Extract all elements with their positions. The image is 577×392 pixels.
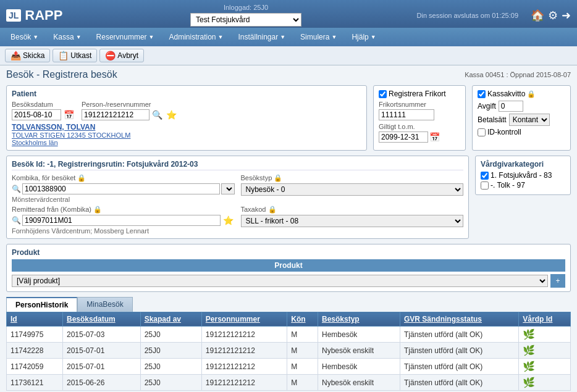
frikort-label: Registrera Frikort (389, 90, 446, 98)
betalsatt-label: Betalsätt (478, 115, 507, 124)
produkt-header-bar: Produkt (12, 259, 565, 272)
page-title-bar: Besök - Registrera besök Kassa 00451 : Ö… (6, 69, 571, 80)
table-row[interactable]: 11742228 2015-07-01 25J0 191212121212 M … (7, 343, 571, 359)
cell-date: 2015-07-01 (62, 359, 140, 375)
nav-besok[interactable]: Besök ▼ (4, 30, 45, 44)
besok-section: Besök Id: -1, Registreringsrutin: Fotsju… (6, 156, 469, 239)
giltigt-field[interactable] (379, 131, 428, 143)
logout-button[interactable]: ➜ (562, 9, 571, 22)
settings-button[interactable]: ⚙ (548, 9, 558, 22)
kombika-lock-icon: 🔒 (77, 174, 86, 181)
main-page: Besök - Registrera besök Kassa 00451 : Ö… (0, 65, 577, 392)
table-body: 11749975 2015-07-03 25J0 191212121212 M … (7, 327, 571, 391)
app-name: RAPP (25, 7, 62, 23)
taxakod-select[interactable]: SLL - frikort - 08 (241, 215, 464, 227)
header-top: JL RAPP Inloggad: 25J0 Test Fotsjukvård … (0, 0, 577, 28)
kombika-sub: Mönstervärdcentral (12, 196, 235, 203)
col-kon[interactable]: Kön (287, 312, 318, 327)
nav-installningar[interactable]: Inställningar ▼ (231, 30, 292, 44)
nav-kassa-label: Kassa (53, 33, 74, 41)
nav-simulera[interactable]: Simulera ▼ (293, 30, 343, 44)
vaardgivare-checkbox-2[interactable] (481, 181, 489, 190)
cell-status: Tjänsten utförd (allt OK) (400, 375, 518, 391)
table-row[interactable]: 11736121 2015-06-26 25J0 191212121212 M … (7, 375, 571, 391)
nav-administration[interactable]: Administration ▼ (162, 30, 230, 44)
remitterad-star-button[interactable]: ⭐ (222, 215, 235, 225)
besokstyp-col: Besökstyp 🔒 Nybesök - 0 Hembesök Nybesök… (241, 174, 464, 196)
nav-administration-label: Administration (169, 33, 216, 41)
betalsatt-select[interactable]: Kontant Kort Faktura (509, 114, 550, 126)
col-besoksdatum[interactable]: Besöksdatum (62, 312, 140, 327)
nav-simulera-label: Simulera (300, 33, 329, 41)
nav-reservnummer[interactable]: Reservnummer ▼ (90, 30, 161, 44)
cell-date: 2015-07-01 (62, 343, 140, 359)
vaardgivare-checkbox-1[interactable] (481, 172, 489, 180)
navbar: Besök ▼ Kassa ▼ Reservnummer ▼ Administr… (0, 28, 577, 46)
col-personnummer[interactable]: Personnummer (201, 312, 287, 327)
remitterad-field[interactable] (22, 215, 221, 226)
remitterad-row: Remitterad från (Kombika) 🔒 🔍 ⭐ Fornhöjd… (12, 206, 463, 235)
col-skapad-av[interactable]: Skapad av (140, 312, 201, 327)
personnummer-group: Person-/reservnummer 🔍 ⭐ (82, 101, 178, 120)
col-id[interactable]: Id (7, 312, 63, 327)
cell-kon: M (287, 359, 318, 375)
cell-status: Tjänsten utförd (allt OK) (400, 327, 518, 343)
star-person-button[interactable]: ⭐ (165, 110, 178, 120)
besoksdatum-input-row: 📅 (12, 109, 75, 120)
utkast-icon: 📋 (58, 51, 69, 60)
kombika-select[interactable] (221, 183, 235, 194)
frikortsnummer-field[interactable] (379, 109, 434, 120)
cell-status: Tjänsten utförd (allt OK) (400, 359, 518, 375)
home-button[interactable]: 🏠 (531, 9, 544, 22)
search-person-button[interactable]: 🔍 (151, 110, 164, 120)
nav-reservnummer-arrow: ▼ (149, 34, 154, 40)
col-vardp-id[interactable]: Vårdp Id (519, 312, 571, 327)
besokstyp-label: Besökstyp 🔒 (241, 174, 464, 182)
produkt-select[interactable]: [Välj produkt] (12, 275, 548, 287)
avgift-label: Avgift (478, 102, 496, 111)
giltigt-calendar-icon[interactable]: 📅 (429, 132, 440, 142)
remitterad-search-icon: 🔍 (12, 216, 21, 225)
utkast-button[interactable]: 📋 Utkast (53, 49, 97, 62)
patient-name[interactable]: TOLVANSSON, TOLVAN (12, 123, 361, 131)
kassakvitto-checkbox[interactable] (478, 90, 486, 98)
col-besokstyp[interactable]: Besökstyp (318, 312, 400, 327)
patient-section: Patient Besöksdatum 📅 Person-/reservnumm… (6, 85, 367, 151)
kombika-search-row: 🔍 (12, 183, 235, 194)
nav-besok-label: Besök (11, 33, 31, 41)
personnummer-field[interactable] (82, 109, 150, 120)
tab-personhistorik[interactable]: PersonHistorik (6, 297, 77, 312)
besok-fields-row: Kombika, för besöket 🔒 🔍 Mönstervärdcent… (12, 174, 463, 203)
id-kontroll-checkbox[interactable] (478, 128, 486, 136)
cell-besokstyp: Nybesök enskilt (318, 375, 400, 391)
cell-besokstyp: Nybesök enskilt (318, 343, 400, 359)
besoksdatum-field[interactable] (12, 109, 61, 120)
calendar-button[interactable]: 📅 (62, 110, 75, 120)
skicka-button[interactable]: 📤 Skicka (5, 49, 50, 62)
nav-kassa[interactable]: Kassa ▼ (46, 30, 88, 44)
besokstyp-select[interactable]: Nybesök - 0 Hembesök Nybesök enskilt (241, 183, 464, 196)
remitterad-lock-icon: 🔒 (93, 206, 102, 213)
patient-fields: Besöksdatum 📅 Person-/reservnummer 🔍 ⭐ (12, 101, 361, 120)
kombika-field[interactable] (22, 183, 220, 194)
table-row[interactable]: 11749975 2015-07-03 25J0 191212121212 M … (7, 327, 571, 343)
avbryt-button[interactable]: ⛔ Avbryt (99, 49, 144, 62)
cell-created-by: 25J0 (140, 375, 201, 391)
cell-besokstyp: Hembesök (318, 359, 400, 375)
table-row[interactable]: 11742059 2015-07-01 25J0 191212121212 M … (7, 359, 571, 375)
cell-date: 2015-06-26 (62, 375, 140, 391)
clinic-select[interactable]: Test Fotsjukvård (190, 13, 301, 27)
tab-minabesok[interactable]: MinaBesök (77, 297, 132, 312)
logo-icon: JL (6, 9, 21, 22)
frikort-checkbox[interactable] (379, 90, 387, 98)
id-kontroll-row: ID-kontroll (478, 128, 565, 136)
avgift-field[interactable] (499, 101, 523, 112)
nav-installningar-arrow: ▼ (280, 34, 285, 40)
patient-address[interactable]: TOLVAR STIGEN 12345 STOCKHOLM (12, 131, 361, 139)
nav-hjalp[interactable]: Hjälp ▼ (345, 30, 382, 44)
remitterad-col: Remitterad från (Kombika) 🔒 🔍 ⭐ Fornhöjd… (12, 206, 235, 235)
cell-id: 11742228 (7, 343, 63, 359)
produkt-add-button[interactable]: + (550, 274, 565, 288)
patient-region[interactable]: Stockholms län (12, 139, 361, 146)
col-gvr-status[interactable]: GVR Sändningsstatus (400, 312, 518, 327)
